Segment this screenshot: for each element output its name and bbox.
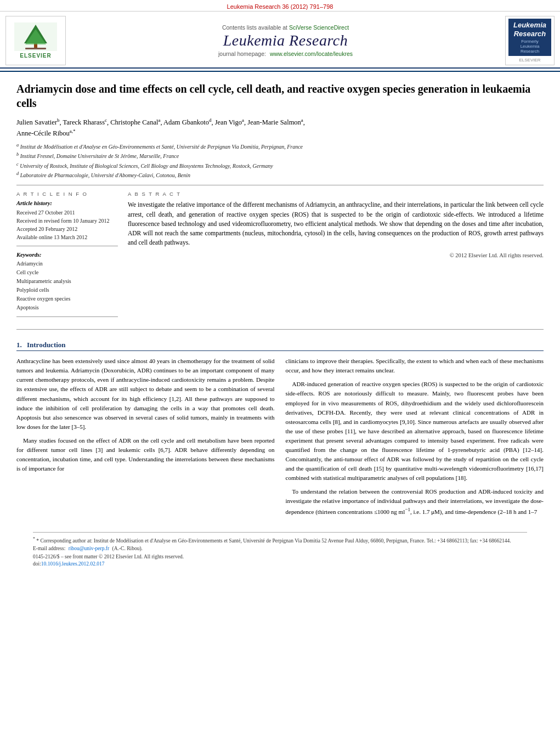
abstract-text: We investigate the relative importance o… xyxy=(128,200,544,247)
article-body: Adriamycin dose and time effects on cell… xyxy=(0,72,560,578)
intro-number: 1. xyxy=(16,341,22,349)
header-center: Contents lists available at SciVerse Sci… xyxy=(66,16,505,65)
keyword-1: Adriamycin xyxy=(16,259,118,268)
header-content: ELSEVIER Contents lists available at Sci… xyxy=(0,11,560,67)
intro-heading: 1. Introduction xyxy=(16,341,544,351)
intro-para-1: Anthracycline has been extensively used … xyxy=(16,357,275,431)
author-canal: Christophe Canala xyxy=(110,118,160,126)
doi-line: doi:10.1016/j.leukres.2012.02.017 xyxy=(33,561,527,567)
author-vigo: Jean Vigoa xyxy=(215,118,244,126)
available-date: Available online 13 March 2012 xyxy=(16,233,118,241)
copyright-line: © 2012 Elsevier Ltd. All rights reserved… xyxy=(128,252,544,258)
logo-extra: ELSEVIER xyxy=(519,58,540,63)
journal-logo-inner: LeukemiaResearch Formerly Leukemia Resea… xyxy=(508,19,551,56)
received-date: Received 27 October 2011 xyxy=(16,208,118,217)
article-info-column: A R T I C L E I N F O Article history: R… xyxy=(16,191,118,321)
page-container: Leukemia Research 36 (2012) 791–798 ELSE… xyxy=(0,0,560,578)
elsevier-brand-text: ELSEVIER xyxy=(20,53,51,59)
article-info-label: A R T I C L E I N F O xyxy=(16,191,118,197)
affiliation-a: a Institut de Modélisation et d'Analyse … xyxy=(16,142,544,151)
revised-date: Received in revised form 10 January 2012 xyxy=(16,217,118,225)
sciverse-prefix: Contents lists available at xyxy=(222,24,287,31)
author-savatier: Julien Savatierb xyxy=(16,118,59,126)
journal-reference-bar: Leukemia Research 36 (2012) 791–798 xyxy=(0,0,560,11)
affiliation-b: b Institut Fresnel, Domaine Universitair… xyxy=(16,151,544,160)
intro-para-2: Many studies focused on the effect of AD… xyxy=(16,436,275,473)
keywords-divider xyxy=(16,316,118,317)
section-divider-2 xyxy=(16,329,544,330)
email-person: (A.-C. Ribou). xyxy=(112,546,143,551)
elsevier-logo-box: ELSEVIER xyxy=(5,16,66,65)
keyword-5: Reactive oxygen species xyxy=(16,295,118,303)
email-label: E-mail address: xyxy=(33,546,65,551)
introduction-section: 1. Introduction Anthracycline has been e… xyxy=(16,341,544,521)
intro-col-right: clinicians to improve their therapies. S… xyxy=(286,357,544,521)
footer-doi-line: 0145-2126/$ – see front matter © 2012 El… xyxy=(33,554,527,559)
section-divider-1 xyxy=(16,185,544,185)
author-rharass: Tareck Rharassc xyxy=(63,118,107,126)
author-gbankoto: Adam Gbankotod xyxy=(163,118,211,126)
email-link[interactable]: ribou@univ-perp.fr xyxy=(69,546,109,551)
elsevier-tree-icon xyxy=(14,22,57,51)
footnote-corresponding: * * Corresponding author at: Institut de… xyxy=(33,536,527,545)
accepted-date: Accepted 20 February 2012 xyxy=(16,225,118,233)
intro-title: Introduction xyxy=(27,341,66,349)
svg-rect-4 xyxy=(25,48,46,49)
sciverse-line: Contents lists available at SciVerse Sci… xyxy=(222,24,349,31)
abstract-label: A B S T R A C T xyxy=(128,191,544,197)
journal-title: Leukemia Research xyxy=(223,32,348,49)
article-title: Adriamycin dose and time effects on cell… xyxy=(16,82,544,110)
intro-para-3: clinicians to improve their therapies. S… xyxy=(286,357,544,375)
keyword-6: Apoptosis xyxy=(16,303,118,312)
journal-header: Leukemia Research 36 (2012) 791–798 ELSE… xyxy=(0,0,560,72)
homepage-prefix: journal homepage: xyxy=(218,50,266,57)
homepage-link[interactable]: www.elsevier.com/locate/leukres xyxy=(270,50,353,57)
footnote-text: Institut de Modélisation et d'Analyse en… xyxy=(94,538,511,544)
journal-logo-right: LeukemiaResearch Formerly Leukemia Resea… xyxy=(505,16,555,65)
blue-divider xyxy=(0,67,560,69)
history-label: Article history: xyxy=(16,200,118,206)
page-footer: * * Corresponding author at: Institut de… xyxy=(33,532,527,567)
journal-ref-text: Leukemia Research 36 (2012) 791–798 xyxy=(227,3,333,10)
author-ribou: Anne-Cécile Riboua,* xyxy=(16,129,76,137)
logo-title: LeukemiaResearch xyxy=(512,21,548,38)
logo-sub: Formerly Leukemia Research xyxy=(512,39,548,54)
intro-para-4: ADR-induced generation of reactive oxyge… xyxy=(286,380,544,483)
author-salmon: Jean-Marie Salmona xyxy=(247,118,303,126)
doi-link[interactable]: 10.1016/j.leukres.2012.02.017 xyxy=(41,561,105,567)
authors-line: Julien Savatierb, Tareck Rharassc, Chris… xyxy=(16,117,544,139)
article-info-abstract: A R T I C L E I N F O Article history: R… xyxy=(16,191,544,321)
affiliations: a Institut de Modélisation et d'Analyse … xyxy=(16,142,544,179)
keyword-3: Multiparametric analysis xyxy=(16,277,118,286)
intro-col-left: Anthracycline has been extensively used … xyxy=(16,357,275,521)
copyright-footer: 0145-2126/$ – see front matter © 2012 El… xyxy=(33,554,184,559)
sciverse-link[interactable]: SciVerse ScienceDirect xyxy=(289,24,349,31)
affiliation-d: d Laboratoire de Pharmacologie, Universi… xyxy=(16,171,544,179)
affiliation-c: c University of Rostock, Institute of Bi… xyxy=(16,161,544,170)
footnote-label: * Corresponding author at: xyxy=(36,538,92,544)
info-divider xyxy=(16,246,118,246)
intro-para-5: To understand the relation between the c… xyxy=(286,487,544,517)
intro-body: Anthracycline has been extensively used … xyxy=(16,357,544,521)
keyword-4: Polyploid cells xyxy=(16,286,118,295)
footnote-email: E-mail address: ribou@univ-perp.fr (A.-C… xyxy=(33,545,527,552)
keyword-2: Cell cycle xyxy=(16,268,118,277)
abstract-column: A B S T R A C T We investigate the relat… xyxy=(128,191,544,321)
homepage-line: journal homepage: www.elsevier.com/locat… xyxy=(218,50,353,57)
doi-label: doi: xyxy=(33,561,41,567)
keywords-label: Keywords: xyxy=(16,252,118,258)
